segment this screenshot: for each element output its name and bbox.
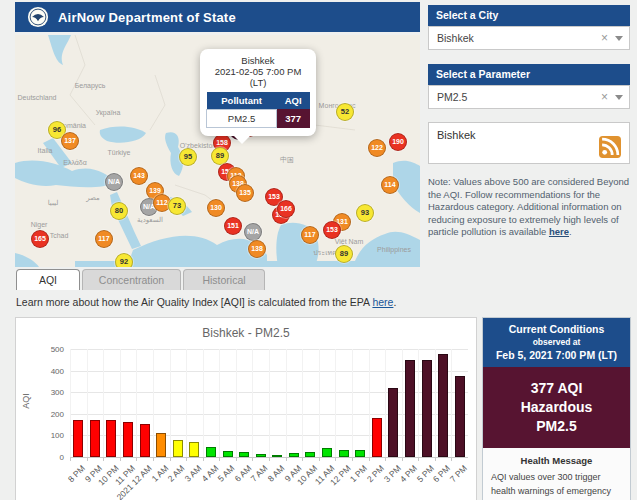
popup-col-pollutant: Pollutant (207, 92, 277, 110)
chart-x-tick-label: 4 AM (199, 463, 220, 484)
page: AirNow Department of State Select a City… (0, 0, 637, 500)
chart-vertical-gridline (435, 349, 436, 457)
chart-vertical-gridline (352, 349, 353, 457)
chart-y-tick-label: 0 (20, 453, 64, 462)
chart-x-tick-label: 5 AM (216, 463, 237, 484)
chart-x-tick (153, 458, 154, 461)
popup-pollutant-value: PM2.5 (207, 110, 277, 128)
map-place-label: Niger (31, 221, 48, 228)
chart-vertical-gridline (319, 349, 320, 457)
map-popup: Bishkek 2021-02-05 7:00 PM (LT) Pollutan… (200, 49, 316, 136)
tab-historical[interactable]: Historical (183, 269, 265, 290)
rss-feed-box: Bishkek (428, 122, 630, 164)
parameter-select-value: PM2.5 (437, 91, 467, 103)
rss-icon[interactable] (599, 136, 621, 158)
parameter-clear-icon[interactable]: × (601, 91, 608, 103)
map-marker[interactable]: 143 (130, 167, 148, 185)
chart-x-tick (87, 458, 88, 461)
popup-datetime: 2021-02-05 7:00 PM (206, 66, 310, 77)
tab-concentration[interactable]: Concentration (82, 269, 181, 290)
chart-bar (455, 376, 465, 457)
chart-x-tick (435, 458, 436, 461)
chart-vertical-gridline (236, 349, 237, 457)
map-place-label: Italia (38, 147, 53, 154)
map-marker[interactable]: N/A (105, 173, 123, 191)
chart-x-tick-label: 7 PM (448, 463, 469, 484)
aqi-map[interactable]: DeutschlandБеларусьУкраїнаRomâniaItaliaΕ… (15, 35, 420, 267)
chart-vertical-gridline (87, 349, 88, 457)
current-conditions-header: Current Conditions observed at Feb 5, 20… (483, 318, 630, 367)
chart-x-tick (302, 458, 303, 461)
map-marker[interactable]: 137 (61, 132, 79, 150)
chart-x-tick (385, 458, 386, 461)
map-marker[interactable]: 117 (95, 230, 113, 248)
chart-x-tick (269, 458, 270, 461)
chart-vertical-gridline (269, 349, 270, 457)
learn-more-here-link[interactable]: here (372, 296, 393, 308)
city-clear-icon[interactable]: × (601, 32, 608, 44)
chart-x-tick (352, 458, 353, 461)
map-place-label: السعودية (137, 216, 163, 224)
map-marker[interactable]: N/A (244, 223, 262, 241)
map-marker[interactable]: 52 (336, 103, 354, 121)
chart-bar (223, 451, 233, 457)
chart-bar (140, 424, 150, 457)
map-marker[interactable]: 80 (110, 202, 128, 220)
chart-vertical-gridline (70, 349, 71, 457)
chart-y-tick-label: 400 (20, 367, 64, 376)
chart-bar (189, 442, 199, 457)
chart-x-tick (219, 458, 220, 461)
chart-x-tick (418, 458, 419, 461)
parameter-caret-icon[interactable] (615, 95, 623, 100)
popup-table: Pollutant AQI PM2.5 377 (206, 92, 310, 128)
chart-vertical-gridline (219, 349, 220, 457)
city-caret-icon[interactable] (615, 36, 623, 41)
city-select[interactable]: Bishkek × (428, 26, 630, 50)
chart-vertical-gridline (418, 349, 419, 457)
map-marker[interactable]: 153 (323, 221, 341, 239)
map-marker[interactable]: 166 (277, 200, 295, 218)
map-marker[interactable]: 122 (368, 139, 386, 157)
map-marker[interactable]: 95 (179, 148, 197, 166)
map-marker[interactable]: 89 (335, 245, 353, 263)
chart-y-tick-label: 500 (20, 345, 64, 354)
chart-bar (206, 447, 216, 457)
parameter-select[interactable]: PM2.5 × (428, 85, 630, 109)
map-place-label: Việt Nam (335, 238, 364, 245)
tab-aqi[interactable]: AQI (16, 269, 80, 290)
map-marker[interactable]: 151 (224, 217, 242, 235)
health-message-body: AQI values over 300 trigger health warni… (491, 471, 622, 500)
map-place-label: Deutschland (18, 94, 57, 101)
map-marker[interactable]: 92 (115, 253, 133, 267)
map-marker[interactable]: 73 (168, 197, 186, 215)
health-message-block: Health Message AQI values over 300 trigg… (483, 448, 630, 500)
map-marker[interactable]: 130 (207, 199, 225, 217)
map-marker[interactable]: 190 (389, 133, 407, 151)
sidebar: Select a City Bishkek × Select a Paramet… (428, 5, 630, 248)
beyond-aqi-note: Note: Values above 500 are considered Be… (428, 176, 630, 239)
map-marker[interactable]: 114 (381, 176, 399, 194)
map-place-label: Tchad (50, 232, 69, 239)
chart-bar (339, 450, 349, 457)
map-marker[interactable]: 117 (301, 226, 319, 244)
map-marker[interactable]: 138 (248, 240, 266, 258)
map-place-label: Беларусь (75, 82, 106, 89)
chart-x-tick (186, 458, 187, 461)
chart-vertical-gridline (369, 349, 370, 457)
chart-bar (123, 422, 133, 457)
chart-vertical-gridline (120, 349, 121, 457)
chart-bar (156, 433, 166, 457)
note-here-link[interactable]: here (549, 226, 569, 237)
learn-more-text: Learn more about how the Air Quality Ind… (16, 296, 396, 308)
chart-y-tick-label: 100 (20, 431, 64, 440)
map-marker[interactable]: 165 (31, 230, 49, 248)
chart-x-tick-label: 6 PM (431, 463, 452, 484)
chart-x-tick (252, 458, 253, 461)
chart-vertical-gridline (385, 349, 386, 457)
chart-x-tick (120, 458, 121, 461)
chart-x-tick-label: 2 PM (365, 463, 386, 484)
current-conditions-panel: Current Conditions observed at Feb 5, 20… (482, 317, 631, 500)
map-marker[interactable]: 93 (356, 204, 374, 222)
map-marker[interactable]: 135 (236, 184, 254, 202)
chart-title: Bishkek - PM2.5 (16, 326, 476, 340)
